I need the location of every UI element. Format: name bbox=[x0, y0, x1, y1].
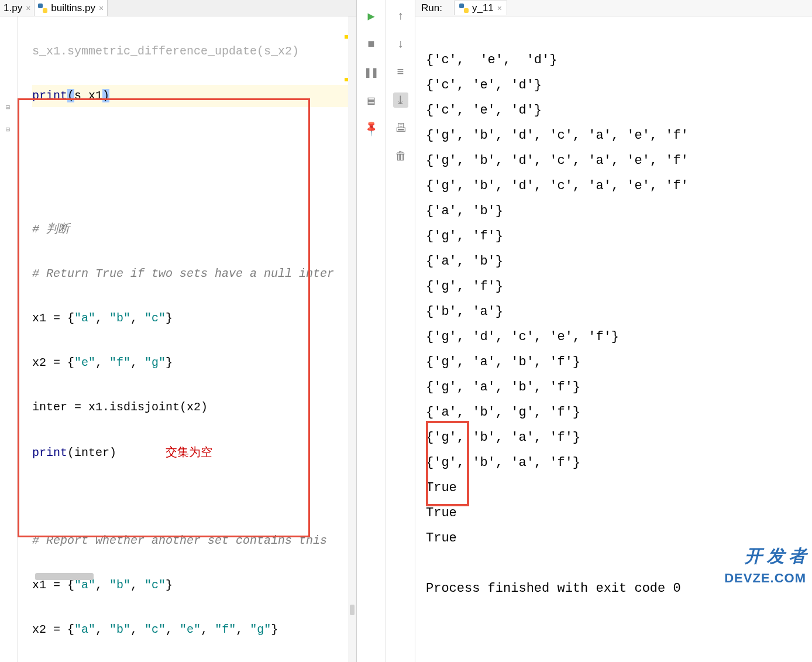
code-comment: # Report whether another set contains th… bbox=[32, 530, 356, 552]
code-line: print(inter) 交集为空 bbox=[32, 441, 356, 463]
code-line: inter = x1.isdisjoint(x2) bbox=[32, 396, 356, 419]
run-label: Run: bbox=[421, 2, 442, 14]
editor-body[interactable]: ⊟ ⊟ s_x1.symmetric_difference_update(s_x… bbox=[0, 16, 356, 662]
run-button[interactable]: ▶ bbox=[364, 8, 379, 23]
code-area[interactable]: s_x1.symmetric_difference_update(s_x2) p… bbox=[0, 16, 356, 662]
scroll-strip[interactable] bbox=[348, 16, 356, 662]
output-line: {'a', 'b'} bbox=[426, 204, 503, 218]
close-icon[interactable]: × bbox=[497, 4, 502, 13]
code-line-current: print(s_x1) bbox=[32, 85, 356, 107]
code-line: x1 = {"a", "b", "c"} bbox=[32, 307, 356, 330]
tab-label: builtins.py bbox=[51, 2, 95, 14]
up-button[interactable]: ↑ bbox=[393, 8, 408, 23]
run-header: Run: y_11 × bbox=[415, 0, 812, 16]
scroll-to-end-button[interactable]: ⤓ bbox=[393, 92, 408, 108]
print-button[interactable]: 🖶 bbox=[393, 121, 408, 136]
output-line: True bbox=[426, 506, 457, 520]
output-line: {'a', 'b', 'g', 'f'} bbox=[426, 405, 580, 420]
output-line: {'g', 'b', 'd', 'c', 'a', 'e', 'f' bbox=[426, 153, 689, 168]
python-icon bbox=[459, 4, 469, 13]
output-line: {'a', 'b'} bbox=[426, 254, 503, 269]
output-line: {'g', 'a', 'b', 'f'} bbox=[426, 355, 580, 369]
run-toolbar-2: ↑ ↓ ≡ ⤓ 🖶 🗑 bbox=[386, 0, 415, 662]
output-line: {'g', 'f'} bbox=[426, 279, 503, 294]
run-tab-label: y_11 bbox=[472, 2, 494, 14]
output-line: {'b', 'a'} bbox=[426, 304, 503, 319]
wrap-button[interactable]: ≡ bbox=[393, 64, 408, 80]
down-button[interactable]: ↓ bbox=[393, 36, 408, 52]
editor-gutter: ⊟ ⊟ bbox=[0, 16, 18, 662]
process-finished: Process finished with exit code 0 bbox=[426, 581, 681, 596]
code-line: s_x1.symmetric_difference_update(s_x2) bbox=[32, 40, 356, 63]
output-line: {'g', 'b', 'd', 'c', 'a', 'e', 'f' bbox=[426, 128, 689, 143]
code-line: x2 = {"a", "b", "c", "e", "f", "g"} bbox=[32, 619, 356, 641]
code-comment: # Return True if two sets have a null in… bbox=[32, 263, 356, 285]
watermark-en: DEVZE.COM bbox=[724, 571, 806, 586]
run-tab[interactable]: y_11 × bbox=[454, 1, 507, 15]
tab-builtins[interactable]: builtins.py × bbox=[35, 0, 108, 16]
output-line: True bbox=[426, 531, 457, 546]
code-comment: # 判断 bbox=[32, 218, 356, 241]
close-icon[interactable]: × bbox=[26, 4, 30, 13]
output-line: {'g', 'f'} bbox=[426, 229, 503, 243]
h-scrollbar[interactable] bbox=[35, 573, 94, 580]
tab-1py[interactable]: 1.py × bbox=[0, 0, 35, 16]
editor-panel: 1.py × builtins.py × ⊟ ⊟ s_x1.symmetric_… bbox=[0, 0, 357, 662]
layout-button[interactable]: ▤ bbox=[364, 92, 379, 108]
pause-button[interactable]: ❚❚ bbox=[364, 64, 379, 80]
python-icon bbox=[38, 4, 47, 13]
clear-button[interactable]: 🗑 bbox=[393, 149, 408, 164]
close-icon[interactable]: × bbox=[99, 4, 104, 13]
editor-tabs: 1.py × builtins.py × bbox=[0, 0, 356, 16]
output-line: {'c', 'e', 'd'} bbox=[426, 53, 557, 67]
output-highlight-box bbox=[426, 421, 469, 506]
run-toolbar-1: ▶ ■ ❚❚ ▤ 📌 bbox=[357, 0, 386, 662]
pin-button[interactable]: 📌 bbox=[360, 118, 382, 139]
output-line: {'g', 'd', 'c', 'e', 'f'} bbox=[426, 330, 619, 344]
output-line: {'g', 'a', 'b', 'f'} bbox=[426, 380, 580, 395]
output-line: {'c', 'e', 'd'} bbox=[426, 103, 542, 118]
output-line: {'c', 'e', 'd'} bbox=[426, 78, 542, 92]
output-line: {'g', 'b', 'd', 'c', 'a', 'e', 'f' bbox=[426, 179, 689, 193]
scroll-thumb[interactable] bbox=[350, 605, 355, 615]
watermark-cn: 开 发 者 bbox=[745, 544, 806, 568]
stop-button[interactable]: ■ bbox=[364, 36, 379, 52]
code-line: x2 = {"e", "f", "g"} bbox=[32, 352, 356, 374]
tab-label: 1.py bbox=[4, 2, 22, 14]
